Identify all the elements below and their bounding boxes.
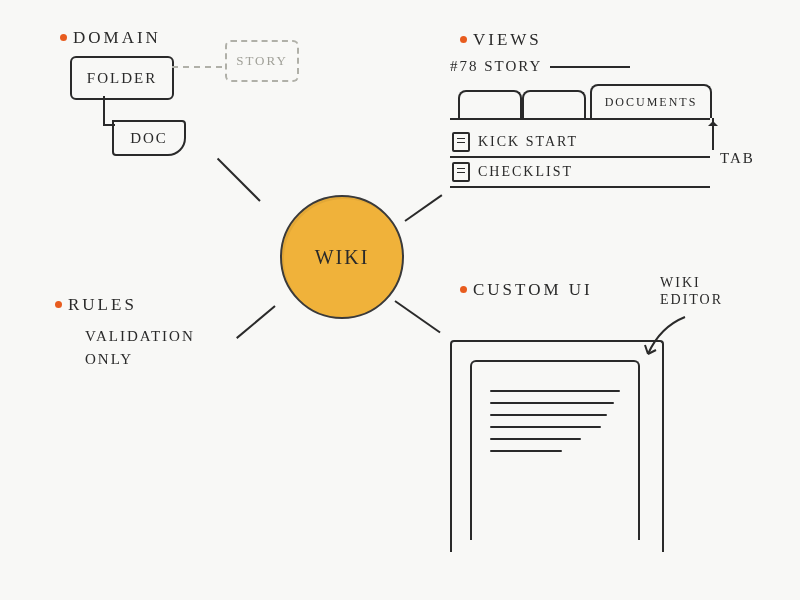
connector [404, 194, 442, 221]
whiteboard-canvas: { "center": { "label": "WIKI" }, "domain… [0, 0, 800, 600]
rules-line1: VALIDATION [85, 325, 195, 348]
connector-folder-story [172, 66, 222, 68]
box-doc: DOC [112, 120, 186, 156]
text-line-placeholder [490, 426, 601, 428]
tab-inactive-1[interactable] [458, 90, 522, 118]
bullet-icon [460, 286, 467, 293]
rules-line2: ONLY [85, 348, 195, 371]
decorative-line [550, 66, 630, 68]
text-line-placeholder [490, 414, 607, 416]
annotation-wiki-editor: WIKI EDITOR [660, 275, 723, 309]
text-line-placeholder [490, 390, 620, 392]
list-item[interactable]: CHECKLIST [450, 158, 710, 188]
list-item[interactable]: KICK START [450, 128, 710, 158]
story-reference-row: #78 STORY [450, 58, 630, 75]
annotation-line2: EDITOR [660, 292, 723, 309]
document-list: KICK START CHECKLIST [450, 128, 710, 188]
heading-custom-ui: CUSTOM UI [460, 280, 593, 300]
connector [217, 158, 261, 202]
heading-rules: RULES [55, 295, 137, 315]
callout-tab: TAB [720, 150, 755, 167]
bullet-icon [55, 301, 62, 308]
document-icon [452, 132, 470, 152]
connector [394, 300, 440, 333]
editor-page [470, 360, 640, 540]
document-icon [452, 162, 470, 182]
list-item-label: CHECKLIST [478, 164, 573, 180]
tab-documents[interactable]: DOCUMENTS [590, 84, 712, 118]
connector-folder-doc [103, 96, 105, 124]
annotation-line1: WIKI [660, 275, 723, 292]
arrow-to-tab-icon [712, 118, 714, 150]
tab-inactive-2[interactable] [522, 90, 586, 118]
center-node-wiki: WIKI [280, 195, 404, 319]
center-label: WIKI [315, 246, 370, 269]
text-line-placeholder [490, 438, 581, 440]
heading-domain: DOMAIN [60, 28, 161, 48]
label-doc: DOC [130, 130, 168, 147]
connector [236, 305, 276, 339]
tab-strip: DOCUMENTS [450, 82, 710, 118]
box-folder: FOLDER [70, 56, 174, 100]
text-line-placeholder [490, 402, 614, 404]
bullet-icon [60, 34, 67, 41]
text-line-placeholder [490, 450, 562, 452]
rules-body: VALIDATION ONLY [85, 325, 195, 370]
heading-views: VIEWS [460, 30, 542, 50]
story-id-label: #78 STORY [450, 58, 542, 75]
label-folder: FOLDER [87, 70, 157, 87]
tab-documents-label: DOCUMENTS [605, 95, 698, 110]
box-story-secondary: STORY [225, 40, 299, 82]
label-story: STORY [236, 53, 288, 69]
bullet-icon [460, 36, 467, 43]
list-item-label: KICK START [478, 134, 578, 150]
